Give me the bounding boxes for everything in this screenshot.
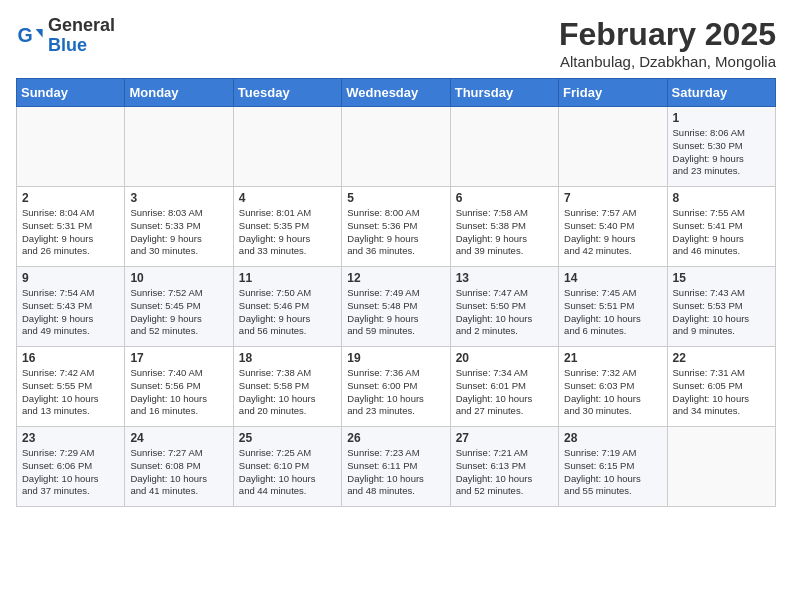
- calendar-day-cell: 22Sunrise: 7:31 AM Sunset: 6:05 PM Dayli…: [667, 347, 775, 427]
- calendar-day-cell: 18Sunrise: 7:38 AM Sunset: 5:58 PM Dayli…: [233, 347, 341, 427]
- day-info: Sunrise: 7:43 AM Sunset: 5:53 PM Dayligh…: [673, 287, 770, 338]
- day-number: 9: [22, 271, 119, 285]
- calendar-day-cell: 9Sunrise: 7:54 AM Sunset: 5:43 PM Daylig…: [17, 267, 125, 347]
- calendar-day-cell: 25Sunrise: 7:25 AM Sunset: 6:10 PM Dayli…: [233, 427, 341, 507]
- calendar-day-cell: 4Sunrise: 8:01 AM Sunset: 5:35 PM Daylig…: [233, 187, 341, 267]
- day-number: 22: [673, 351, 770, 365]
- day-number: 1: [673, 111, 770, 125]
- day-number: 13: [456, 271, 553, 285]
- day-info: Sunrise: 7:23 AM Sunset: 6:11 PM Dayligh…: [347, 447, 444, 498]
- day-number: 14: [564, 271, 661, 285]
- day-number: 26: [347, 431, 444, 445]
- month-title: February 2025: [559, 16, 776, 53]
- day-info: Sunrise: 7:21 AM Sunset: 6:13 PM Dayligh…: [456, 447, 553, 498]
- logo-text: General Blue: [48, 16, 115, 56]
- day-info: Sunrise: 7:54 AM Sunset: 5:43 PM Dayligh…: [22, 287, 119, 338]
- svg-marker-1: [36, 29, 43, 37]
- title-area: February 2025 Altanbulag, Dzabkhan, Mong…: [559, 16, 776, 70]
- day-info: Sunrise: 7:55 AM Sunset: 5:41 PM Dayligh…: [673, 207, 770, 258]
- logo: G General Blue: [16, 16, 115, 56]
- calendar-day-cell: [667, 427, 775, 507]
- day-number: 10: [130, 271, 227, 285]
- day-info: Sunrise: 7:32 AM Sunset: 6:03 PM Dayligh…: [564, 367, 661, 418]
- day-number: 5: [347, 191, 444, 205]
- calendar-day-cell: 2Sunrise: 8:04 AM Sunset: 5:31 PM Daylig…: [17, 187, 125, 267]
- calendar-body: 1Sunrise: 8:06 AM Sunset: 5:30 PM Daylig…: [17, 107, 776, 507]
- calendar-day-cell: [559, 107, 667, 187]
- day-info: Sunrise: 8:04 AM Sunset: 5:31 PM Dayligh…: [22, 207, 119, 258]
- day-info: Sunrise: 7:42 AM Sunset: 5:55 PM Dayligh…: [22, 367, 119, 418]
- day-number: 23: [22, 431, 119, 445]
- day-info: Sunrise: 7:49 AM Sunset: 5:48 PM Dayligh…: [347, 287, 444, 338]
- calendar-day-cell: 3Sunrise: 8:03 AM Sunset: 5:33 PM Daylig…: [125, 187, 233, 267]
- calendar-day-cell: 7Sunrise: 7:57 AM Sunset: 5:40 PM Daylig…: [559, 187, 667, 267]
- day-info: Sunrise: 7:19 AM Sunset: 6:15 PM Dayligh…: [564, 447, 661, 498]
- calendar-week-row: 1Sunrise: 8:06 AM Sunset: 5:30 PM Daylig…: [17, 107, 776, 187]
- day-number: 18: [239, 351, 336, 365]
- day-info: Sunrise: 7:50 AM Sunset: 5:46 PM Dayligh…: [239, 287, 336, 338]
- day-info: Sunrise: 7:27 AM Sunset: 6:08 PM Dayligh…: [130, 447, 227, 498]
- calendar-day-cell: [450, 107, 558, 187]
- day-number: 2: [22, 191, 119, 205]
- day-info: Sunrise: 7:31 AM Sunset: 6:05 PM Dayligh…: [673, 367, 770, 418]
- day-number: 24: [130, 431, 227, 445]
- logo-icon: G: [16, 22, 44, 50]
- day-info: Sunrise: 8:00 AM Sunset: 5:36 PM Dayligh…: [347, 207, 444, 258]
- day-number: 16: [22, 351, 119, 365]
- day-number: 17: [130, 351, 227, 365]
- calendar-week-row: 2Sunrise: 8:04 AM Sunset: 5:31 PM Daylig…: [17, 187, 776, 267]
- day-info: Sunrise: 7:57 AM Sunset: 5:40 PM Dayligh…: [564, 207, 661, 258]
- day-info: Sunrise: 7:29 AM Sunset: 6:06 PM Dayligh…: [22, 447, 119, 498]
- day-info: Sunrise: 7:58 AM Sunset: 5:38 PM Dayligh…: [456, 207, 553, 258]
- day-number: 28: [564, 431, 661, 445]
- calendar-day-cell: 21Sunrise: 7:32 AM Sunset: 6:03 PM Dayli…: [559, 347, 667, 427]
- calendar-week-row: 16Sunrise: 7:42 AM Sunset: 5:55 PM Dayli…: [17, 347, 776, 427]
- day-number: 7: [564, 191, 661, 205]
- weekday-header-cell: Sunday: [17, 79, 125, 107]
- weekday-header-cell: Friday: [559, 79, 667, 107]
- calendar-day-cell: 1Sunrise: 8:06 AM Sunset: 5:30 PM Daylig…: [667, 107, 775, 187]
- weekday-header-row: SundayMondayTuesdayWednesdayThursdayFrid…: [17, 79, 776, 107]
- calendar-day-cell: 24Sunrise: 7:27 AM Sunset: 6:08 PM Dayli…: [125, 427, 233, 507]
- day-number: 6: [456, 191, 553, 205]
- day-info: Sunrise: 7:25 AM Sunset: 6:10 PM Dayligh…: [239, 447, 336, 498]
- day-info: Sunrise: 8:03 AM Sunset: 5:33 PM Dayligh…: [130, 207, 227, 258]
- weekday-header-cell: Wednesday: [342, 79, 450, 107]
- day-number: 15: [673, 271, 770, 285]
- calendar-day-cell: 12Sunrise: 7:49 AM Sunset: 5:48 PM Dayli…: [342, 267, 450, 347]
- day-info: Sunrise: 7:36 AM Sunset: 6:00 PM Dayligh…: [347, 367, 444, 418]
- day-info: Sunrise: 7:34 AM Sunset: 6:01 PM Dayligh…: [456, 367, 553, 418]
- weekday-header-cell: Tuesday: [233, 79, 341, 107]
- calendar-day-cell: 13Sunrise: 7:47 AM Sunset: 5:50 PM Dayli…: [450, 267, 558, 347]
- calendar-table: SundayMondayTuesdayWednesdayThursdayFrid…: [16, 78, 776, 507]
- day-info: Sunrise: 7:45 AM Sunset: 5:51 PM Dayligh…: [564, 287, 661, 338]
- weekday-header-cell: Monday: [125, 79, 233, 107]
- day-number: 11: [239, 271, 336, 285]
- calendar-day-cell: 14Sunrise: 7:45 AM Sunset: 5:51 PM Dayli…: [559, 267, 667, 347]
- weekday-header-cell: Thursday: [450, 79, 558, 107]
- day-number: 25: [239, 431, 336, 445]
- day-number: 21: [564, 351, 661, 365]
- day-number: 4: [239, 191, 336, 205]
- calendar-week-row: 23Sunrise: 7:29 AM Sunset: 6:06 PM Dayli…: [17, 427, 776, 507]
- calendar-day-cell: 11Sunrise: 7:50 AM Sunset: 5:46 PM Dayli…: [233, 267, 341, 347]
- day-info: Sunrise: 7:40 AM Sunset: 5:56 PM Dayligh…: [130, 367, 227, 418]
- svg-text:G: G: [17, 23, 32, 45]
- calendar-day-cell: 20Sunrise: 7:34 AM Sunset: 6:01 PM Dayli…: [450, 347, 558, 427]
- day-info: Sunrise: 7:52 AM Sunset: 5:45 PM Dayligh…: [130, 287, 227, 338]
- calendar-day-cell: 28Sunrise: 7:19 AM Sunset: 6:15 PM Dayli…: [559, 427, 667, 507]
- day-number: 20: [456, 351, 553, 365]
- calendar-day-cell: 6Sunrise: 7:58 AM Sunset: 5:38 PM Daylig…: [450, 187, 558, 267]
- calendar-day-cell: 19Sunrise: 7:36 AM Sunset: 6:00 PM Dayli…: [342, 347, 450, 427]
- day-number: 3: [130, 191, 227, 205]
- calendar-day-cell: 26Sunrise: 7:23 AM Sunset: 6:11 PM Dayli…: [342, 427, 450, 507]
- calendar-day-cell: 5Sunrise: 8:00 AM Sunset: 5:36 PM Daylig…: [342, 187, 450, 267]
- calendar-day-cell: 8Sunrise: 7:55 AM Sunset: 5:41 PM Daylig…: [667, 187, 775, 267]
- day-info: Sunrise: 8:01 AM Sunset: 5:35 PM Dayligh…: [239, 207, 336, 258]
- calendar-day-cell: 10Sunrise: 7:52 AM Sunset: 5:45 PM Dayli…: [125, 267, 233, 347]
- calendar-day-cell: 23Sunrise: 7:29 AM Sunset: 6:06 PM Dayli…: [17, 427, 125, 507]
- calendar-day-cell: 15Sunrise: 7:43 AM Sunset: 5:53 PM Dayli…: [667, 267, 775, 347]
- page-header: G General Blue February 2025 Altanbulag,…: [16, 16, 776, 70]
- calendar-day-cell: 27Sunrise: 7:21 AM Sunset: 6:13 PM Dayli…: [450, 427, 558, 507]
- location-title: Altanbulag, Dzabkhan, Mongolia: [559, 53, 776, 70]
